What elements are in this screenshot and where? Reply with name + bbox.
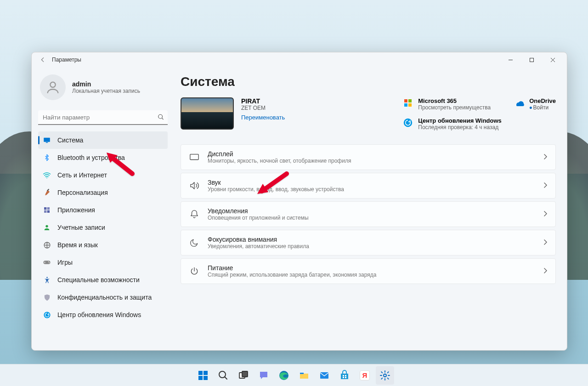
gamepad-icon [43, 258, 51, 267]
settings-row-notifications[interactable]: УведомленияОповещения от приложений и си… [181, 201, 556, 227]
sidebar-item-system[interactable]: Система [38, 131, 168, 149]
svg-rect-27 [242, 371, 248, 377]
account-block[interactable]: admin Локальная учетная запись [38, 71, 168, 108]
taskbar-taskview[interactable] [234, 366, 253, 385]
svg-point-16 [49, 262, 50, 263]
sidebar-item-bluetooth[interactable]: Bluetooth и устройства [38, 149, 168, 166]
microsoft365-icon [402, 97, 413, 108]
nav-list: СистемаBluetooth и устройстваСеть и Инте… [38, 131, 168, 324]
taskbar-store[interactable] [335, 366, 354, 385]
sidebar-item-label: Сеть и Интернет [57, 171, 107, 179]
page-heading: Система [181, 74, 556, 89]
update-icon [43, 311, 51, 319]
svg-rect-9 [47, 207, 50, 210]
svg-point-18 [44, 312, 50, 318]
back-button[interactable] [35, 52, 50, 67]
main-panel: Система PIRAT ZET OEM Переименовать [174, 67, 567, 350]
close-button[interactable] [542, 52, 563, 67]
sidebar-item-network[interactable]: Сеть и Интернет [38, 166, 168, 184]
apps-icon [43, 206, 51, 214]
avatar-icon [40, 74, 66, 100]
taskbar-explorer[interactable] [295, 366, 313, 385]
sidebar-item-gaming[interactable]: Игры [38, 254, 168, 271]
settings-row-focus[interactable]: Фокусировка вниманияУведомления, автомат… [181, 230, 556, 255]
svg-point-6 [46, 177, 47, 178]
taskbar-edge[interactable] [275, 366, 293, 385]
sidebar-item-time[interactable]: Время и язык [38, 236, 168, 254]
svg-rect-34 [345, 377, 346, 378]
card-windows-update[interactable]: Центр обновления Windows Последняя прове… [402, 117, 502, 131]
settings-list: ДисплейМониторы, яркость, ночной свет, о… [181, 144, 556, 284]
taskbar-settings[interactable] [376, 366, 394, 385]
titlebar: Параметры [32, 52, 567, 67]
sidebar-item-accessibility[interactable]: Специальные возможности [38, 271, 168, 289]
minimize-button[interactable] [500, 52, 521, 67]
svg-point-17 [46, 277, 48, 278]
sidebar-item-accounts[interactable]: Учетные записи [38, 219, 168, 236]
device-thumbnail [181, 97, 234, 130]
taskbar-mail[interactable] [315, 366, 334, 385]
taskbar-chat[interactable] [254, 366, 273, 385]
person-icon [43, 223, 51, 232]
bell-icon [189, 209, 199, 219]
sidebar-item-apps[interactable]: Приложения [38, 201, 168, 219]
settings-row-sound[interactable]: ЗвукУровни громкости, вывод, ввод, звуко… [181, 173, 556, 199]
onedrive-icon [514, 97, 525, 108]
taskbar-start[interactable] [194, 366, 212, 385]
svg-rect-22 [204, 371, 208, 375]
search-input[interactable] [38, 110, 168, 125]
settings-row-display[interactable]: ДисплейМониторы, яркость, ночной свет, о… [181, 144, 556, 170]
taskbar: Я [0, 364, 588, 386]
settings-row-power[interactable]: ПитаниеСпящий режим, использование заряд… [181, 258, 556, 284]
sidebar-item-label: Персонализация [57, 189, 108, 196]
sidebar: admin Локальная учетная запись СистемаBl… [32, 67, 174, 350]
sidebar-item-update[interactable]: Центр обновления Windows [38, 306, 168, 324]
chevron-right-icon [543, 210, 547, 218]
shield-icon [43, 293, 51, 301]
sidebar-item-label: Время и язык [57, 241, 98, 249]
svg-point-3 [158, 114, 163, 119]
svg-point-35 [384, 374, 386, 377]
svg-point-2 [50, 82, 55, 87]
display-icon [43, 136, 51, 144]
sidebar-item-label: Игры [57, 259, 73, 266]
device-model: ZET OEM [241, 105, 285, 111]
card-microsoft365[interactable]: Microsoft 365 Просмотреть преимущества [402, 97, 491, 111]
power-icon [189, 266, 199, 276]
svg-rect-4 [44, 138, 50, 142]
chevron-right-icon [543, 182, 547, 190]
sidebar-item-label: Система [57, 136, 83, 144]
svg-rect-11 [47, 210, 50, 213]
card-onedrive[interactable]: OneDrive •Войти [514, 97, 556, 111]
svg-rect-23 [198, 376, 203, 380]
taskbar-search[interactable] [214, 366, 232, 385]
wifi-icon [43, 171, 51, 179]
sidebar-item-label: Конфиденциальность и защита [57, 294, 152, 301]
account-name: admin [72, 80, 140, 88]
svg-point-12 [45, 225, 48, 227]
svg-rect-1 [530, 58, 533, 62]
svg-rect-8 [44, 207, 46, 210]
sidebar-item-label: Bluetooth и устройства [57, 154, 125, 161]
device-block: PIRAT ZET OEM Переименовать [181, 97, 285, 131]
sidebar-item-label: Центр обновления Windows [57, 311, 141, 318]
taskbar-yandex[interactable]: Я [356, 366, 374, 385]
svg-rect-20 [190, 154, 198, 160]
rename-link[interactable]: Переименовать [241, 114, 285, 121]
brush-icon [43, 188, 51, 197]
sidebar-item-personalization[interactable]: Персонализация [38, 184, 168, 201]
svg-point-15 [48, 261, 49, 262]
globe-icon [43, 241, 51, 249]
account-subtitle: Локальная учетная запись [72, 88, 140, 94]
svg-rect-29 [300, 373, 304, 374]
chevron-right-icon [543, 238, 547, 247]
sidebar-item-label: Приложения [57, 206, 95, 214]
maximize-button[interactable] [521, 52, 542, 67]
window-title: Параметры [52, 57, 81, 63]
chevron-right-icon [543, 267, 547, 275]
search-box[interactable] [38, 110, 168, 125]
sidebar-item-privacy[interactable]: Конфиденциальность и защита [38, 289, 168, 306]
update-icon [402, 117, 413, 128]
svg-rect-30 [320, 372, 328, 379]
svg-rect-10 [44, 210, 46, 213]
